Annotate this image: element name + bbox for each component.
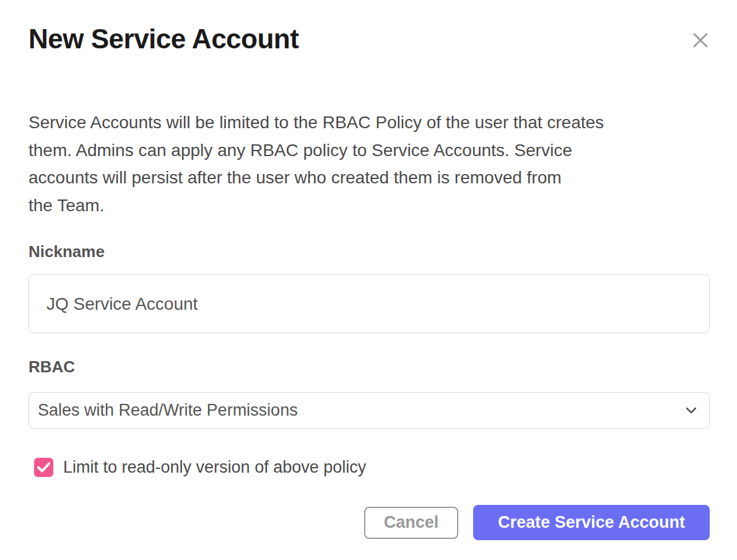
- rbac-label: RBAC: [28, 357, 75, 377]
- close-icon: [691, 31, 710, 50]
- modal-actions: Cancel Create Service Account: [364, 505, 710, 540]
- create-service-account-button[interactable]: Create Service Account: [473, 505, 710, 540]
- modal-description: Service Accounts will be limited to the …: [28, 109, 710, 219]
- modal-title: New Service Account: [28, 24, 299, 55]
- rbac-select[interactable]: Sales with Read/Write Permissions: [28, 392, 710, 429]
- description-line: Service Accounts will be limited to the …: [28, 109, 710, 137]
- close-button[interactable]: [690, 30, 711, 51]
- rbac-selected-value: Sales with Read/Write Permissions: [38, 401, 686, 420]
- new-service-account-modal: New Service Account Service Accounts wil…: [0, 0, 737, 560]
- description-line: the Team.: [28, 192, 710, 220]
- readonly-checkbox-label: Limit to read-only version of above poli…: [63, 458, 366, 477]
- nickname-label: Nickname: [28, 242, 105, 261]
- chevron-down-icon: [686, 407, 697, 414]
- description-line: accounts will persist after the user who…: [28, 164, 710, 192]
- nickname-input[interactable]: [28, 274, 710, 333]
- cancel-button[interactable]: Cancel: [364, 507, 458, 539]
- description-line: them. Admins can apply any RBAC policy t…: [28, 137, 710, 165]
- readonly-checkbox-row[interactable]: Limit to read-only version of above poli…: [34, 458, 366, 477]
- checkbox-checked-icon[interactable]: [34, 458, 53, 477]
